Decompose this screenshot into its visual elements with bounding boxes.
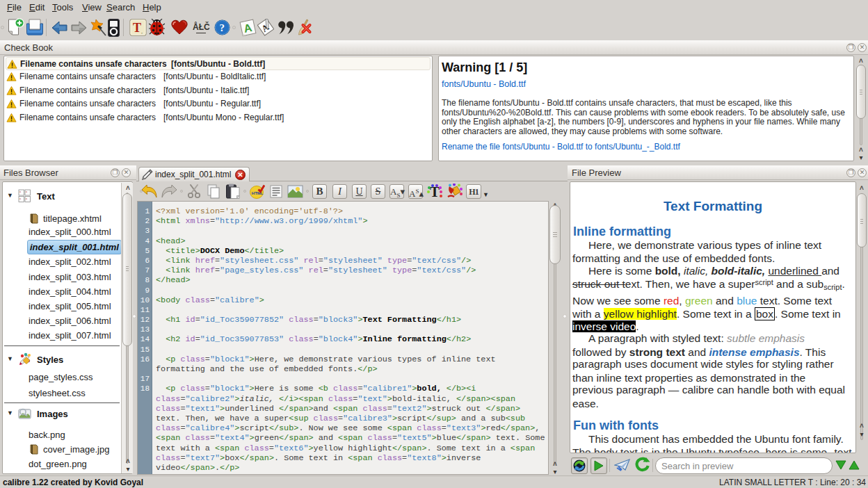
svg-text:a: a [19,197,21,200]
svg-text:,: , [141,29,143,35]
svg-text:a: a [26,197,27,200]
svg-text:a: a [26,190,27,193]
svg-text:?: ? [220,22,225,33]
svg-text:a: a [19,190,21,193]
svg-text:T: T [133,21,141,35]
